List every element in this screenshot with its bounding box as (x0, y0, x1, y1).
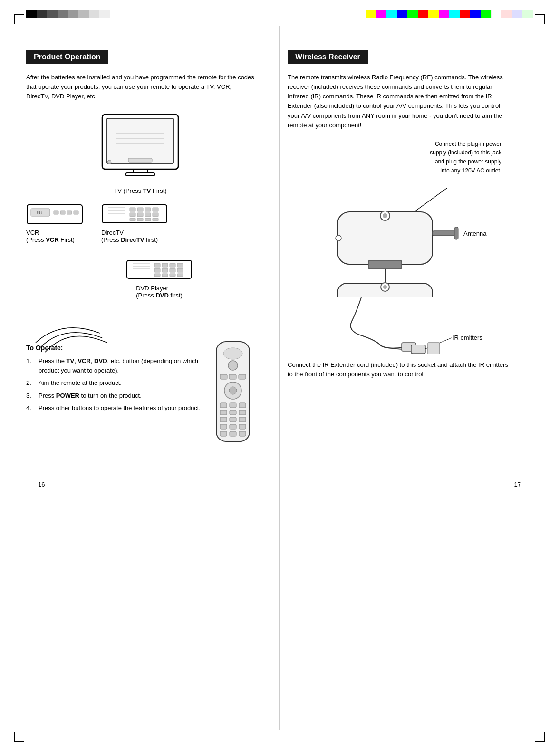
svg-rect-28 (153, 218, 158, 221)
svg-point-49 (223, 348, 242, 359)
svg-rect-79 (368, 260, 402, 269)
svg-rect-24 (153, 213, 158, 217)
svg-rect-27 (145, 218, 151, 221)
color-bars-left (26, 10, 110, 18)
dvd-label: DVD Player (Press DVD first) (136, 285, 183, 299)
svg-rect-66 (230, 424, 236, 429)
svg-text:IR emitters: IR emitters (453, 334, 482, 341)
svg-rect-94 (428, 343, 440, 354)
svg-point-83 (383, 285, 387, 289)
svg-rect-59 (220, 410, 227, 415)
svg-point-50 (228, 361, 238, 370)
svg-rect-8 (126, 173, 154, 176)
dvd-illustration (126, 257, 193, 283)
svg-rect-13 (60, 211, 65, 214)
operate-list: 1. Press the TV, VCR, DVD, etc. button (… (26, 356, 207, 413)
svg-rect-33 (154, 263, 160, 267)
corner-bl (14, 732, 24, 742)
svg-rect-58 (239, 403, 246, 408)
svg-point-55 (229, 387, 237, 394)
svg-rect-37 (154, 268, 160, 272)
svg-rect-44 (177, 274, 183, 277)
svg-rect-22 (137, 213, 143, 217)
svg-rect-61 (239, 410, 246, 415)
corner-br (535, 732, 545, 742)
page-divider (280, 26, 280, 730)
svg-text:88: 88 (37, 210, 42, 215)
receiver-description: The remote transmits wireless Radio Freq… (288, 73, 511, 130)
svg-rect-23 (145, 213, 151, 217)
svg-rect-14 (67, 211, 72, 214)
operate-content: To Operate: 1. Press the TV, VCR, DVD, e… (26, 344, 207, 416)
svg-rect-63 (230, 417, 236, 422)
svg-rect-36 (177, 263, 183, 267)
svg-rect-42 (162, 274, 168, 277)
receiver-diagram: Connect the plug-in power supply (includ… (288, 140, 511, 380)
step-4: 4. Press other buttons to operate the fe… (26, 403, 207, 413)
svg-rect-39 (170, 268, 175, 272)
top-bar (0, 0, 559, 24)
svg-rect-57 (230, 403, 236, 408)
ir-bottom-note: Connect the IR Extender cord (included) … (288, 360, 511, 379)
power-note: Connect the plug-in power supply (includ… (430, 140, 511, 175)
svg-rect-38 (162, 268, 168, 272)
svg-rect-26 (137, 218, 143, 221)
svg-rect-20 (153, 208, 158, 211)
color-bars-right (366, 10, 533, 18)
svg-rect-52 (229, 374, 236, 379)
svg-rect-60 (230, 410, 236, 415)
vcr-device: 88 VCR (Press VCR First) (26, 201, 83, 250)
svg-rect-65 (220, 424, 227, 429)
svg-rect-64 (239, 417, 246, 422)
svg-point-74 (383, 213, 387, 218)
svg-rect-21 (130, 213, 135, 217)
svg-rect-53 (239, 374, 246, 379)
svg-text:Antenna: Antenna (463, 230, 487, 237)
svg-rect-70 (239, 431, 246, 436)
svg-rect-40 (177, 268, 183, 272)
svg-rect-35 (170, 263, 175, 267)
dvd-section: DVD Player (Press DVD first) (64, 257, 254, 306)
directv-label: DirecTV (Press DirecTV first) (101, 229, 158, 243)
vcr-label: VCR (Press VCR First) (26, 229, 75, 243)
svg-rect-15 (74, 211, 78, 214)
svg-rect-69 (230, 431, 236, 436)
remote-area: To Operate: 1. Press the TV, VCR, DVD, e… (26, 344, 254, 445)
directv-illustration (101, 201, 168, 227)
svg-rect-51 (220, 374, 227, 379)
left-column: Product Operation After the batteries ar… (26, 50, 269, 445)
right-column: Wireless Receiver The remote transmits w… (269, 50, 511, 445)
product-operation-header: Product Operation (26, 50, 108, 64)
tv-label: TV (Press TV First) (26, 187, 254, 194)
svg-point-78 (336, 235, 341, 241)
remote-illustration (212, 339, 254, 444)
corner-tr (535, 14, 545, 24)
step-2: 2. Aim the remote at the product. (26, 378, 207, 388)
page-number-right: 17 (514, 481, 521, 488)
svg-rect-43 (170, 274, 175, 277)
svg-rect-5 (128, 158, 152, 162)
intro-text: After the batteries are installed and yo… (26, 73, 254, 101)
svg-rect-76 (454, 227, 458, 239)
vcr-illustration: 88 (26, 201, 83, 227)
step-3: 3. Press POWER to turn on the product. (26, 391, 207, 401)
svg-rect-67 (239, 424, 246, 429)
page-wrapper: Product Operation After the batteries ar… (0, 0, 559, 756)
receiver-top-svg: Antenna (299, 183, 499, 297)
tv-section (26, 110, 254, 183)
svg-rect-62 (220, 417, 227, 422)
tv-illustration (93, 110, 188, 183)
svg-rect-68 (220, 431, 227, 436)
svg-rect-34 (162, 263, 168, 267)
receiver-bottom-svg: IR emitters (299, 293, 499, 354)
operate-title: To Operate: (26, 344, 207, 352)
svg-rect-17 (130, 208, 135, 211)
wireless-receiver-header: Wireless Receiver (288, 50, 368, 64)
corner-tl (14, 14, 24, 24)
svg-point-6 (107, 160, 111, 164)
svg-rect-41 (154, 274, 160, 277)
power-note-area: Connect the plug-in power supply (includ… (288, 140, 511, 180)
remote-illustration-container (212, 339, 254, 445)
page-number-left: 16 (38, 481, 45, 488)
step-1: 1. Press the TV, VCR, DVD, etc. button (… (26, 356, 207, 375)
